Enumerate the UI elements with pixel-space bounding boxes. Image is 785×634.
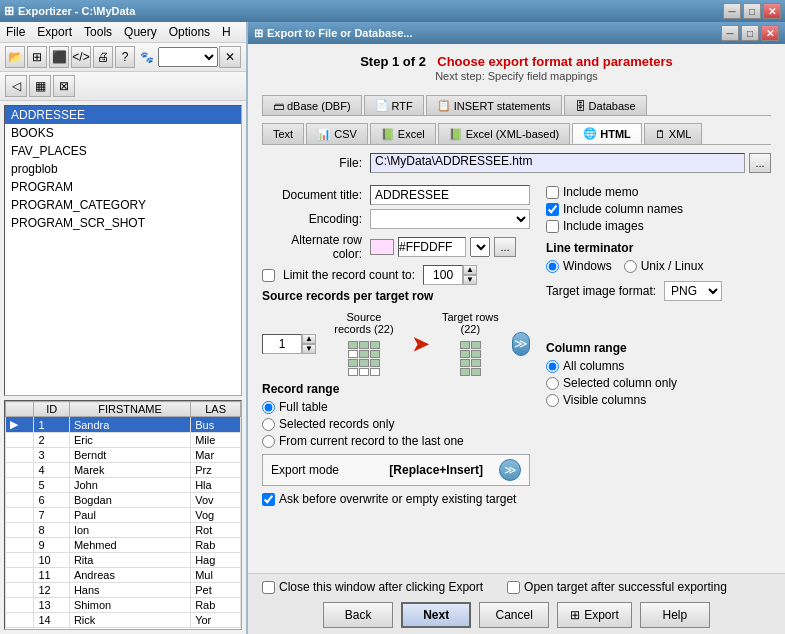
table-selector[interactable] [158,47,218,67]
back-button[interactable]: Back [323,602,393,628]
tab-csv[interactable]: 📊 CSV [306,123,368,144]
tab-html[interactable]: 🌐 HTML [572,123,642,144]
col-header-id[interactable]: ID [34,402,70,417]
limit-value-input[interactable] [423,265,463,285]
column-selected-only-radio[interactable] [546,377,559,390]
column-all-radio[interactable] [546,360,559,373]
menu-tools[interactable]: Tools [82,24,114,40]
table-row[interactable]: 6 Bogdan Vov [6,493,241,508]
col-header-firstname[interactable]: FIRSTNAME [69,402,190,417]
cancel-button[interactable]: Cancel [479,602,549,628]
menu-export[interactable]: Export [35,24,74,40]
code-button[interactable]: </> [71,46,91,68]
doc-title-input[interactable] [370,185,530,205]
grid-button[interactable]: ⊞ [27,46,47,68]
cell-last: Mul [191,568,241,583]
next-button[interactable]: Next [401,602,471,628]
browse-button[interactable]: ... [749,153,771,173]
tab-excel[interactable]: 📗 Excel [370,123,436,144]
help-button[interactable]: Help [640,602,710,628]
dialog-maximize[interactable]: □ [741,25,759,41]
tab-insert[interactable]: 📋 INSERT statements [426,95,562,115]
tab-text[interactable]: Text [262,123,304,144]
open-after-export-checkbox[interactable] [507,581,520,594]
menu-help[interactable]: H [220,24,233,40]
table-row[interactable]: 11 Andreas Mul [6,568,241,583]
filter-button[interactable]: ▦ [29,75,51,97]
include-memo-checkbox[interactable] [546,186,559,199]
table-item-program-category[interactable]: PROGRAM_CATEGORY [5,196,241,214]
table-item-progblob[interactable]: progblob [5,160,241,178]
export-button[interactable]: ⊞ Export [557,602,632,628]
table-row[interactable]: 10 Rita Hag [6,553,241,568]
table-row[interactable]: 7 Paul Vog [6,508,241,523]
folder-open-button[interactable]: 📂 [5,46,25,68]
table-row[interactable]: 13 Shimon Rab [6,598,241,613]
doc-title-label: Document title: [262,188,362,202]
print-button[interactable]: 🖨 [93,46,113,68]
dialog-close[interactable]: ✕ [761,25,779,41]
file-path-display[interactable]: C:\MyData\ADDRESSEE.htm [370,153,745,173]
tab-dbase[interactable]: 🗃 dBase (DBF) [262,95,362,115]
include-images-checkbox[interactable] [546,220,559,233]
prev-button[interactable]: ◁ [5,75,27,97]
spinner-up[interactable]: ▲ [463,265,477,275]
tab-excel-xml[interactable]: 📗 Excel (XML-based) [438,123,571,144]
column-visible-radio[interactable] [546,394,559,407]
records-per-row-input[interactable] [262,334,302,354]
table-row[interactable]: 5 John Hla [6,478,241,493]
menu-options[interactable]: Options [167,24,212,40]
record-full-table-radio[interactable] [262,401,275,414]
row-indicator [6,448,34,463]
tab-xml[interactable]: 🗒 XML [644,123,703,144]
close-after-export-checkbox[interactable] [262,581,275,594]
color-hex-input[interactable] [398,237,466,257]
terminator-unix-radio[interactable] [624,260,637,273]
tab-rtf[interactable]: 📄 RTF [364,95,424,115]
encoding-select[interactable] [370,209,530,229]
table-row[interactable]: 14 Rick Yor [6,613,241,628]
table-row[interactable]: ▶ 1 Sandra Bus [6,417,241,433]
include-column-names-checkbox[interactable] [546,203,559,216]
tab-database[interactable]: 🗄 Database [564,95,647,115]
menu-file[interactable]: File [4,24,27,40]
double-arrow-button[interactable]: ≫ [512,332,530,356]
table-item-program-scr-shot[interactable]: PROGRAM_SCR_SHOT [5,214,241,232]
menu-query[interactable]: Query [122,24,159,40]
color-swatch[interactable] [370,239,394,255]
cell-firstname: John [69,478,190,493]
refresh-button[interactable]: ✕ [219,46,241,68]
table-row[interactable]: 2 Eric Mile [6,433,241,448]
copy-button[interactable]: ⬛ [49,46,69,68]
maximize-button[interactable]: □ [743,3,761,19]
table-row[interactable]: 8 Ion Rot [6,523,241,538]
records-spinner-down[interactable]: ▼ [302,344,316,354]
color-dropdown[interactable]: ▼ [470,237,490,257]
table-row[interactable]: 9 Mehmed Rab [6,538,241,553]
table-row[interactable]: 12 Hans Pet [6,583,241,598]
search-button[interactable]: ⊠ [53,75,75,97]
table-item-books[interactable]: BOOKS [5,124,241,142]
export-mode-button[interactable]: ≫ [499,459,521,481]
info-button[interactable]: ? [115,46,135,68]
close-button[interactable]: ✕ [763,3,781,19]
color-browse-button[interactable]: ... [494,237,516,257]
records-spinner-up[interactable]: ▲ [302,334,316,344]
ask-before-overwrite-checkbox[interactable] [262,493,275,506]
target-grid-cell [460,359,470,367]
spinner-down[interactable]: ▼ [463,275,477,285]
col-header-last[interactable]: LAS [191,402,241,417]
table-item-fav-places[interactable]: FAV_PLACES [5,142,241,160]
record-selected-only-radio[interactable] [262,418,275,431]
table-row[interactable]: 3 Berndt Mar [6,448,241,463]
minimize-button[interactable]: ─ [723,3,741,19]
limit-checkbox[interactable] [262,269,275,282]
dialog-minimize[interactable]: ─ [721,25,739,41]
table-item-program[interactable]: PROGRAM [5,178,241,196]
record-from-current-radio[interactable] [262,435,275,448]
table-row[interactable]: 4 Marek Prz [6,463,241,478]
table-item-addressee[interactable]: ADDRESSEE [5,106,241,124]
terminator-windows-radio[interactable] [546,260,559,273]
csv-icon: 📊 [317,128,331,141]
target-image-format-select[interactable]: PNG JPEG BMP [664,281,722,301]
